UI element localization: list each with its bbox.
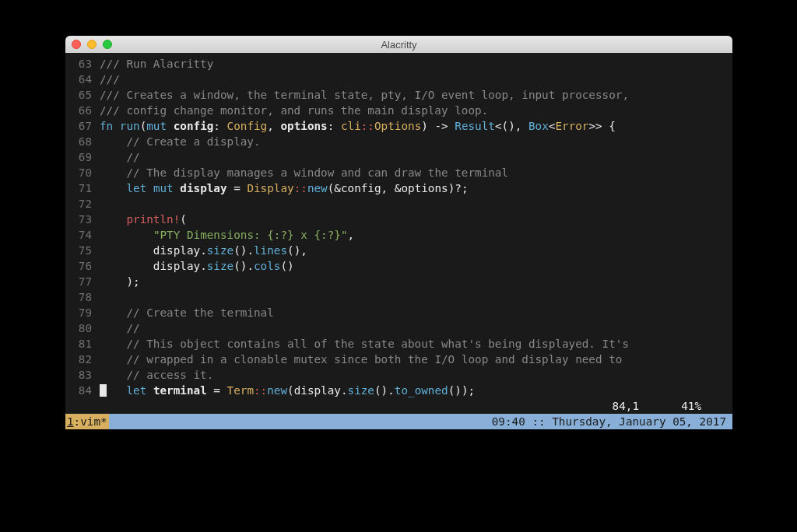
code-line[interactable]: 74 "PTY Dimensions: {:?} x {:?}", [65,227,732,243]
line-number: 73 [65,212,100,227]
titlebar[interactable]: Alacritty [65,36,732,53]
line-number: 71 [65,180,100,196]
code-text: /// [100,72,120,87]
terminal-window: Alacritty 63/// Run Alacritty64///65/// … [65,36,732,429]
tmux-datetime: 09:40 :: Thursday, January 05, 2017 [492,414,732,429]
code-line[interactable]: 66/// config change monitor, and runs th… [65,103,732,118]
line-number: 78 [65,289,100,305]
line-number: 64 [65,72,100,87]
code-line[interactable]: 73 println!( [65,212,732,227]
code-text: // Create a display. [100,134,261,149]
code-line[interactable]: 83 // access it. [65,367,732,383]
line-number: 70 [65,165,100,180]
code-area[interactable]: 63/// Run Alacritty64///65/// Creates a … [65,56,732,398]
code-line[interactable]: 77 ); [65,274,732,289]
window-title: Alacritty [65,39,732,51]
code-text: // [100,149,140,165]
code-line[interactable]: 71 let mut display = Display::new(&confi… [65,180,732,196]
code-text: fn run(mut config: Config, options: cli:… [100,118,616,134]
line-number: 69 [65,149,100,165]
line-number: 67 [65,118,100,134]
code-text: // access it. [100,367,213,383]
code-text: // wrapped in a clonable mutex since bot… [100,352,622,367]
line-number: 72 [65,196,100,212]
code-line[interactable]: 69 // [65,149,732,165]
code-line[interactable]: 76 display.size().cols() [65,258,732,274]
code-text: /// config change monitor, and runs the … [100,103,488,118]
cursor-position: 84,1 [613,398,732,414]
line-number: 79 [65,305,100,320]
code-line[interactable]: 72 [65,196,732,212]
line-number: 81 [65,336,100,352]
code-line[interactable]: 64/// [65,72,732,87]
code-text: // [100,320,140,336]
code-text: display.size().lines(), [100,243,307,258]
code-line[interactable]: 79 // Create the terminal [65,305,732,320]
line-number: 65 [65,87,100,103]
code-text: // Create the terminal [100,305,274,320]
code-text: ); [100,274,140,289]
line-number: 82 [65,352,100,367]
code-line[interactable]: 78 [65,289,732,305]
code-text: display.size().cols() [100,258,294,274]
code-text: // This object contains all of the state… [100,336,629,352]
code-line[interactable]: 82 // wrapped in a clonable mutex since … [65,352,732,367]
code-line[interactable]: 81 // This object contains all of the st… [65,336,732,352]
line-number: 84 [65,383,100,398]
line-number: 83 [65,367,100,383]
terminal-content[interactable]: 63/// Run Alacritty64///65/// Creates a … [65,53,732,429]
code-text: "PTY Dimensions: {:?} x {:?}", [100,227,354,243]
line-number: 80 [65,320,100,336]
code-line[interactable]: 68 // Create a display. [65,134,732,149]
tmux-session[interactable]: 1:vim* [65,414,109,429]
vim-status-line: 84,1 41% [65,398,732,414]
line-number: 63 [65,56,100,72]
line-number: 75 [65,243,100,258]
code-line[interactable]: 84 let terminal = Term::new(display.size… [65,383,732,398]
code-text: let mut display = Display::new(&config, … [100,180,469,196]
code-line[interactable]: 75 display.size().lines(), [65,243,732,258]
code-text: let terminal = Term::new(display.size().… [100,383,475,398]
code-text: // The display manages a window and can … [100,165,508,180]
code-text: println!( [100,212,187,227]
code-line[interactable]: 63/// Run Alacritty [65,56,732,72]
line-number: 76 [65,258,100,274]
line-number: 68 [65,134,100,149]
line-number: 77 [65,274,100,289]
scroll-percent: 41% [681,398,701,414]
line-number: 66 [65,103,100,118]
code-line[interactable]: 67fn run(mut config: Config, options: cl… [65,118,732,134]
line-number: 74 [65,227,100,243]
code-text: /// Run Alacritty [100,56,213,72]
code-line[interactable]: 80 // [65,320,732,336]
code-line[interactable]: 65/// Creates a window, the terminal sta… [65,87,732,103]
code-line[interactable]: 70 // The display manages a window and c… [65,165,732,180]
code-text: /// Creates a window, the terminal state… [100,87,629,103]
tmux-status-line: 1:vim* 09:40 :: Thursday, January 05, 20… [65,414,732,429]
